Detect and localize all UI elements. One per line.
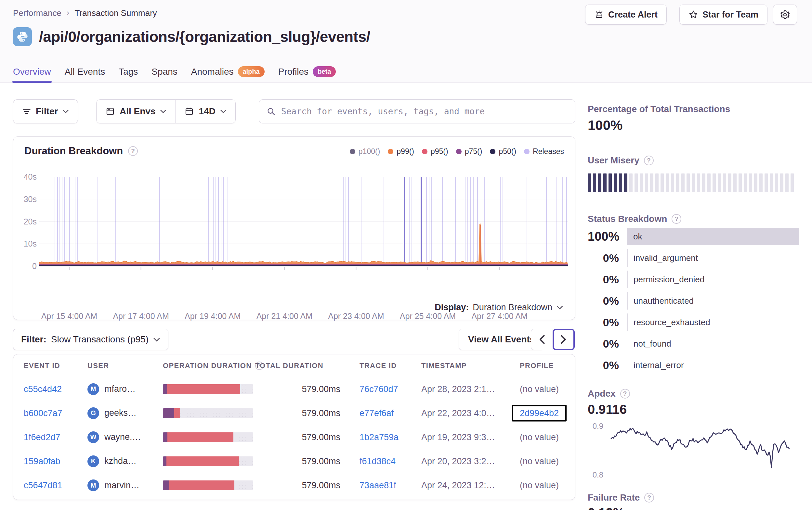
display-dropdown[interactable]: Duration Breakdown: [473, 302, 563, 312]
duration-breakdown-title: Duration Breakdown: [24, 145, 123, 157]
bar-segment-red: [167, 384, 240, 394]
previous-page-button[interactable]: [531, 329, 553, 350]
tab-spans[interactable]: Spans: [151, 67, 177, 78]
trace-id-link[interactable]: 73aae81f: [359, 480, 396, 490]
table-row: c55c4d42Mmfaro…579.00ms76c760d7Apr 28, 2…: [13, 377, 575, 401]
operation-duration-cell: [163, 408, 253, 418]
next-page-button[interactable]: [553, 329, 575, 350]
misery-bar-empty: [749, 174, 752, 192]
status-percent: 0%: [588, 337, 627, 350]
tab-anomalies[interactable]: Anomaliesalpha: [191, 66, 265, 78]
status-label: unauthenticated: [627, 292, 799, 309]
breadcrumb-performance[interactable]: Performance: [13, 8, 61, 18]
create-alert-button[interactable]: Create Alert: [585, 4, 667, 25]
status-row-unauthenticated: 0%unauthenticated: [588, 290, 799, 311]
user-name: kzhda…: [104, 456, 137, 466]
legend-item-p50[interactable]: p50(): [490, 147, 516, 156]
profile-id-link[interactable]: 2d99e4b2: [520, 408, 559, 418]
star-for-team-label: Star for Team: [702, 10, 758, 20]
bar-segment-purple: [163, 456, 167, 466]
apdex-sparkline: [610, 421, 792, 478]
profile-no-value: (no value): [520, 432, 559, 442]
tab-profiles[interactable]: Profilesbeta: [278, 66, 336, 78]
timestamp-cell: Apr 28, 2023 2:1…: [421, 384, 519, 394]
legend-item-p75[interactable]: p75(): [456, 147, 483, 156]
column-header-profile: PROFILE: [520, 362, 575, 370]
window-icon: [105, 107, 115, 116]
tab-all-events[interactable]: All Events: [65, 67, 105, 78]
user-cell: Wwayne.…: [87, 431, 141, 443]
misery-bar-empty: [650, 174, 654, 192]
event-id-cell: 1f6ed2d7: [24, 432, 60, 442]
event-id-link[interactable]: 1f6ed2d7: [24, 432, 60, 442]
star-icon: [689, 10, 698, 20]
misery-bar-empty: [697, 174, 700, 192]
tab-overview[interactable]: Overview: [13, 67, 51, 78]
status-row-resource_exhausted: 0%resource_exhausted: [588, 311, 799, 333]
chevron-down-icon: [556, 305, 563, 310]
legend-item-Releases[interactable]: Releases: [524, 147, 564, 156]
y-tick-label: 40s: [18, 172, 37, 182]
misery-bar-empty: [666, 174, 669, 192]
profile-cell: (no value): [520, 456, 575, 466]
tab-tags[interactable]: Tags: [119, 67, 138, 78]
total-duration-cell: 579.00ms: [255, 384, 340, 394]
event-id-link[interactable]: c55c4d42: [24, 384, 62, 394]
operation-duration-bar: [163, 456, 253, 466]
legend-dot-icon: [456, 149, 462, 154]
apdex-heading: Apdex ?: [588, 389, 630, 399]
help-icon[interactable]: ?: [644, 493, 654, 503]
misery-bar-empty: [754, 174, 757, 192]
status-percent: 100%: [588, 230, 627, 244]
python-platform-icon: [13, 27, 32, 46]
event-id-link[interactable]: 159a0fab: [24, 456, 60, 466]
pagination: [531, 329, 575, 350]
profile-cell: (no value): [520, 384, 575, 394]
settings-button[interactable]: [773, 4, 797, 25]
help-icon[interactable]: ?: [128, 146, 138, 156]
transactions-filter-label: Filter:: [21, 334, 47, 344]
bar-segment-purple: [163, 408, 174, 418]
trace-id-link[interactable]: 1b2a759a: [359, 432, 399, 442]
date-range-selector[interactable]: 14D: [175, 100, 235, 123]
legend-item-p95[interactable]: p95(): [422, 147, 448, 156]
transactions-filter-dropdown[interactable]: Filter: Slow Transactions (p95): [13, 329, 168, 350]
misery-bar-empty: [738, 174, 742, 192]
tab-bar: OverviewAll EventsTagsSpansAnomaliesalph…: [13, 66, 336, 78]
column-header-trace-id: TRACE ID: [359, 362, 397, 370]
trace-id-cell: 1b2a759a: [359, 432, 399, 442]
filter-dropdown-button[interactable]: Filter: [13, 99, 78, 123]
misery-bar-empty: [723, 174, 726, 192]
environment-selector[interactable]: All Envs: [96, 100, 175, 123]
gear-icon: [780, 9, 790, 20]
misery-bar-empty: [676, 174, 679, 192]
search-box: [259, 99, 575, 123]
legend-label: p95(): [431, 147, 448, 156]
filter-lines-icon: [22, 107, 31, 116]
trace-id-link[interactable]: e77ef6af: [359, 408, 394, 418]
event-id-link[interactable]: b600c7a7: [24, 408, 62, 418]
help-icon[interactable]: ?: [644, 156, 654, 166]
event-id-link[interactable]: c5647d81: [24, 480, 62, 490]
misery-bar-empty: [655, 174, 659, 192]
trace-id-link[interactable]: 76c760d7: [359, 384, 398, 394]
legend-item-p99[interactable]: p99(): [388, 147, 414, 156]
legend-item-p100[interactable]: p100(): [350, 147, 380, 156]
operation-duration-cell: [163, 456, 253, 466]
help-icon[interactable]: ?: [672, 214, 681, 224]
chevron-down-icon: [153, 337, 160, 342]
help-icon[interactable]: ?: [620, 389, 630, 398]
env-date-button-group: All Envs 14D: [96, 99, 236, 123]
status-row-invalid_argument: 0%invalid_argument: [588, 247, 799, 269]
trace-id-link[interactable]: f61d38c4: [359, 456, 396, 466]
user-name: geeks…: [104, 408, 137, 418]
duration-chart: [39, 177, 568, 271]
event-id-cell: b600c7a7: [24, 408, 62, 418]
badge-beta: beta: [313, 66, 336, 77]
misery-bar-empty: [728, 174, 731, 192]
star-for-team-button[interactable]: Star for Team: [679, 4, 767, 25]
search-input[interactable]: [281, 107, 568, 116]
create-alert-label: Create Alert: [608, 10, 658, 20]
user-name: wayne.…: [104, 432, 141, 442]
pct-total-transactions-value: 100%: [588, 118, 622, 133]
